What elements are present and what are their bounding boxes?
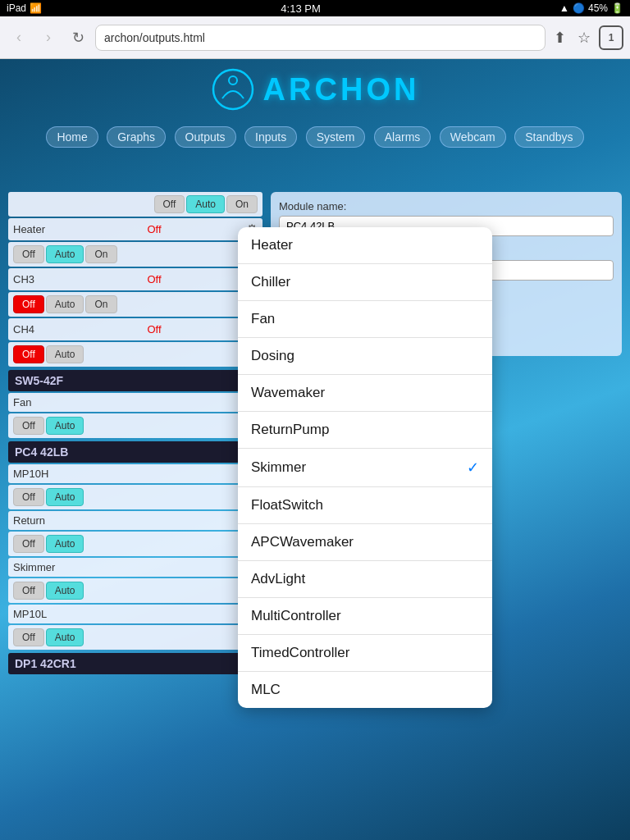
ch4-auto2-btn[interactable]: Auto <box>46 345 84 363</box>
dropdown-item-apcwavemaker[interactable]: APCWavemaker <box>238 524 492 561</box>
url-text: archon/outputs.html <box>104 31 205 44</box>
nav-webcam[interactable]: Webcam <box>440 126 506 148</box>
return-btn-group: Off Auto <box>13 535 84 553</box>
carrier-label: iPad <box>7 2 26 14</box>
dropdown-item-chiller[interactable]: Chiller <box>238 264 492 301</box>
status-right: ▲ 🔵 45% 🔋 <box>559 2 623 14</box>
dropdown-item-heater[interactable]: Heater <box>238 227 492 264</box>
return-control-row: Off Auto <box>8 532 262 556</box>
return-label: Return <box>13 514 62 527</box>
module-name-label: Module name: <box>279 200 614 212</box>
return-off-btn[interactable]: Off <box>13 535 44 553</box>
fan-auto-btn[interactable]: Auto <box>46 417 84 435</box>
return-auto-btn[interactable]: Auto <box>46 535 84 553</box>
nav-alarms[interactable]: Alarms <box>374 126 431 148</box>
nav-outputs[interactable]: Outputs <box>175 126 236 148</box>
ch3-control-row: Off Auto On <box>8 242 262 267</box>
nav-home[interactable]: Home <box>46 126 98 148</box>
back-button[interactable]: ‹ <box>7 25 31 50</box>
ch3-label: CH3 <box>13 273 62 285</box>
fan-off-btn[interactable]: Off <box>13 417 44 435</box>
bluetooth-icon: 🔵 <box>573 2 585 14</box>
mp10h-btn-group: Off Auto <box>13 488 84 506</box>
dropdown-item-timedcontroller[interactable]: TimedController <box>238 635 492 672</box>
mp10l-btn-group: Off Auto <box>13 628 84 646</box>
heater-status: Off <box>147 223 161 235</box>
archon-logo: ARCHON <box>263 72 420 107</box>
dropdown-apcwavemaker-label: APCWavemaker <box>251 534 354 550</box>
fan-btn-group: Off Auto <box>13 417 84 435</box>
svg-point-1 <box>229 76 237 84</box>
dropdown-advlight-label: AdvLight <box>251 571 305 587</box>
ch4-off-btn[interactable]: Off <box>13 295 44 313</box>
fan-control-row: Off Auto <box>8 413 262 438</box>
mp10h-off-btn[interactable]: Off <box>13 488 44 506</box>
share-icon[interactable]: ⬆ <box>550 29 569 47</box>
nav-system[interactable]: System <box>306 126 366 148</box>
mp10h-label: MP10H <box>13 468 62 480</box>
dropdown-wavemaker-label: Wavemaker <box>251 385 325 401</box>
top-control-row: Off Auto On <box>8 192 262 217</box>
return-label-row: Return On <box>8 511 262 530</box>
mp10l-off-btn[interactable]: Off <box>13 628 44 646</box>
top-on-btn[interactable]: On <box>226 195 258 213</box>
dp1-section-header: DP1 42CR1 <box>8 653 262 674</box>
nav-graphs[interactable]: Graphs <box>107 126 166 148</box>
ch3-on-btn[interactable]: On <box>85 245 116 263</box>
skimmer-off-btn[interactable]: Off <box>13 582 44 600</box>
dropdown-timedcontroller-label: TimedController <box>251 645 349 661</box>
ch4-auto-btn[interactable]: Auto <box>46 295 84 313</box>
mp10l-label-row: MP10L On <box>8 605 262 623</box>
ch4-btn-group: Off Auto On <box>13 295 117 313</box>
dropdown-fan-label: Fan <box>251 311 275 327</box>
dropdown-item-skimmer[interactable]: Skimmer ✓ <box>238 449 492 487</box>
outputs-panel: Off Auto On Heater Off ⚙ Off Auto On <box>8 192 262 676</box>
dropdown-item-advlight[interactable]: AdvLight <box>238 561 492 598</box>
mp10h-control-row: Off Auto <box>8 485 262 509</box>
dropdown-chiller-label: Chiller <box>251 274 290 290</box>
fan-label-row: Fan On <box>8 393 262 412</box>
skimmer-auto-btn[interactable]: Auto <box>46 582 84 600</box>
dropdown-item-fan[interactable]: Fan <box>238 301 492 338</box>
dropdown-item-returnpump[interactable]: ReturnPump <box>238 412 492 449</box>
forward-button[interactable]: › <box>36 25 61 50</box>
ch4-bottom-group: Off Auto <box>13 345 84 363</box>
ch4-label: CH4 <box>13 323 62 336</box>
battery-label: 45% <box>588 2 608 14</box>
status-left: iPad 📶 <box>7 2 42 14</box>
bookmark-icon[interactable]: ☆ <box>574 29 594 47</box>
dropdown-item-floatswitch[interactable]: FloatSwitch <box>238 487 492 524</box>
battery-icon: 🔋 <box>611 2 623 14</box>
ch3-status: Off <box>147 273 161 285</box>
dropdown-multicontroller-label: MultiController <box>251 608 341 624</box>
dropdown-item-wavemaker[interactable]: Wavemaker <box>238 375 492 412</box>
mp10l-auto-btn[interactable]: Auto <box>46 628 84 646</box>
tab-count[interactable]: 1 <box>599 25 623 50</box>
mp10l-label: MP10L <box>13 608 62 620</box>
nav-inputs[interactable]: Inputs <box>244 126 297 148</box>
ch4-on-btn[interactable]: On <box>85 295 116 313</box>
skimmer-label: Skimmer <box>13 561 62 573</box>
status-bar: iPad 📶 4:13 PM ▲ 🔵 45% 🔋 <box>0 0 630 16</box>
url-bar[interactable]: archon/outputs.html <box>95 25 546 51</box>
ch3-btn-group: Off Auto On <box>13 245 117 263</box>
dropdown-item-dosing[interactable]: Dosing <box>238 338 492 375</box>
heater-label: Heater <box>13 223 62 235</box>
ch3-auto-btn[interactable]: Auto <box>46 245 84 263</box>
mp10h-auto-btn[interactable]: Auto <box>46 488 84 506</box>
fan-label: Fan <box>13 396 62 409</box>
reload-button[interactable]: ↻ <box>66 25 90 50</box>
dropdown-item-multicontroller[interactable]: MultiController <box>238 598 492 635</box>
wifi-icon: 📶 <box>30 2 42 14</box>
top-auto-btn[interactable]: Auto <box>186 195 225 213</box>
top-off-btn[interactable]: Off <box>154 195 185 213</box>
ch4-off2-btn[interactable]: Off <box>13 345 44 363</box>
dropdown-item-mlc[interactable]: MLC <box>238 672 492 708</box>
top-btn-group: Off Auto On <box>154 195 258 213</box>
ch3-off-btn[interactable]: Off <box>13 245 44 263</box>
pc4-section-header: PC4 42LB <box>8 441 262 463</box>
skimmer-label-row: Skimmer On <box>8 558 262 577</box>
ch4-label-row: CH4 Off ⚙ <box>8 318 262 340</box>
dropdown-overlay[interactable]: Heater Chiller Fan Dosing Wavemaker Retu… <box>238 227 492 708</box>
nav-standbys[interactable]: Standbys <box>514 126 583 148</box>
